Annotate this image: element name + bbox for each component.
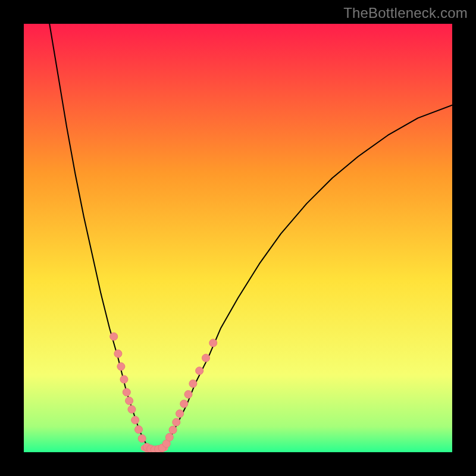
plot-area (24, 24, 452, 452)
data-marker (202, 354, 210, 362)
data-marker (173, 418, 180, 426)
data-marker (176, 410, 184, 418)
outer-frame: TheBottleneck.com (0, 0, 476, 476)
data-marker (184, 390, 192, 398)
data-marker (138, 434, 146, 442)
data-marker (120, 375, 128, 383)
data-marker (126, 397, 133, 405)
data-marker (131, 416, 139, 424)
data-marker (165, 433, 173, 441)
data-marker (110, 333, 118, 340)
data-marker (128, 406, 136, 414)
watermark-text: TheBottleneck.com (343, 5, 468, 21)
data-marker (169, 426, 177, 434)
data-marker (134, 425, 142, 433)
data-marker (209, 339, 217, 347)
data-marker (196, 367, 203, 375)
data-marker (114, 350, 122, 358)
data-marker (180, 400, 188, 408)
chart-canvas (24, 24, 452, 452)
data-marker (117, 363, 125, 371)
data-marker (123, 389, 130, 396)
data-marker (189, 380, 197, 387)
